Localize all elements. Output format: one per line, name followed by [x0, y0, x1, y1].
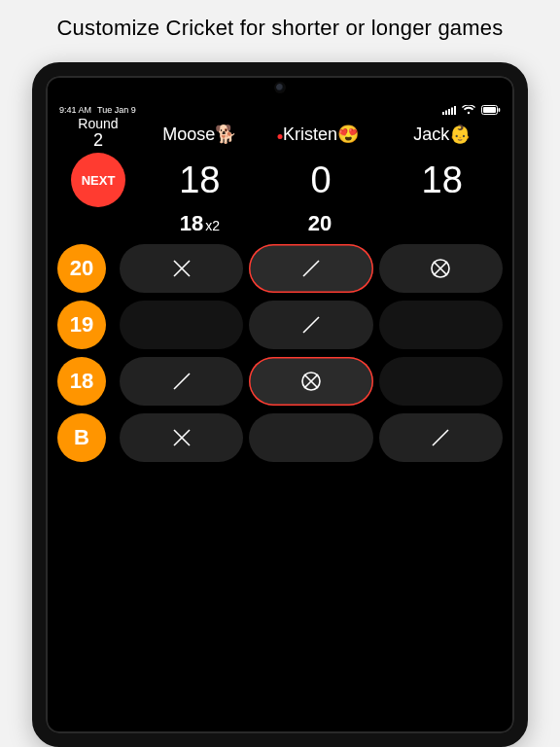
svg-line-21 — [433, 430, 448, 445]
score-cell-B-p3[interactable] — [379, 413, 503, 462]
svg-line-14 — [303, 317, 319, 333]
signal-icon — [442, 106, 456, 115]
battery-icon — [481, 105, 501, 115]
round-label: Round — [78, 116, 118, 131]
svg-rect-0 — [442, 112, 444, 115]
last-hit-value-2: 20 — [308, 211, 332, 235]
player-score-2: 0 — [261, 160, 382, 201]
svg-line-15 — [174, 374, 190, 389]
target-pill-18[interactable]: 18 — [57, 357, 106, 406]
slash-mark-icon — [428, 425, 453, 450]
round-number: 2 — [57, 131, 139, 151]
score-cell-B-p2[interactable] — [249, 413, 372, 462]
closed-mark-icon — [298, 369, 324, 394]
svg-rect-3 — [451, 107, 453, 115]
last-hit-value-1: 18 — [180, 211, 203, 235]
score-cell-18-p1[interactable] — [120, 357, 243, 406]
score-cell-20-p2[interactable] — [249, 244, 372, 293]
svg-rect-4 — [454, 106, 456, 115]
last-hit-2: 20 — [261, 211, 382, 236]
target-pill-19[interactable]: 19 — [57, 301, 106, 349]
player-score-3: 18 — [381, 160, 503, 201]
next-button[interactable]: NEXT — [71, 153, 125, 207]
last-hit-1: 18x2 — [139, 211, 261, 236]
score-grid: 201918B — [52, 238, 508, 462]
svg-rect-6 — [483, 107, 496, 113]
slash-mark-icon — [298, 312, 324, 338]
target-pill-20[interactable]: 20 — [57, 244, 106, 293]
slash-mark-icon — [169, 369, 194, 394]
status-time: 9:41 AM — [59, 105, 91, 115]
svg-line-10 — [303, 261, 319, 276]
round-indicator: Round 2 — [57, 117, 139, 151]
last-hit-mult-1: x2 — [205, 218, 220, 233]
score-cell-18-p2[interactable] — [249, 357, 372, 406]
last-hit-3 — [381, 211, 503, 236]
target-pill-B[interactable]: B — [57, 413, 106, 462]
wifi-icon — [462, 105, 475, 115]
svg-rect-2 — [448, 109, 450, 115]
score-cell-20-p3[interactable] — [379, 244, 503, 293]
status-date: Tue Jan 9 — [97, 105, 136, 115]
score-cell-19-p2[interactable] — [249, 301, 372, 349]
svg-rect-1 — [445, 110, 447, 115]
slash-mark-icon — [298, 256, 324, 281]
score-cell-19-p3[interactable] — [379, 301, 503, 349]
svg-rect-7 — [499, 108, 501, 112]
device-frame: 9:41 AM Tue Jan 9 Round 2 Moose — [32, 62, 528, 747]
score-cell-20-p1[interactable] — [120, 244, 243, 293]
device-camera — [276, 84, 284, 91]
player-name-3: Jack👶 — [381, 124, 503, 145]
app-screen: 9:41 AM Tue Jan 9 Round 2 Moose — [52, 101, 508, 728]
x-mark-icon — [169, 425, 194, 450]
marketing-caption: Customize Cricket for shorter or longer … — [0, 0, 560, 58]
score-cell-B-p1[interactable] — [120, 413, 243, 462]
player-name-1: Moose🐕 — [139, 124, 261, 145]
x-mark-icon — [169, 256, 194, 281]
player-score-1: 18 — [139, 160, 261, 201]
score-cell-19-p1[interactable] — [120, 301, 243, 349]
recording-indicator-icon — [278, 134, 283, 139]
status-bar: 9:41 AM Tue Jan 9 — [52, 101, 508, 117]
closed-mark-icon — [428, 256, 453, 281]
score-cell-18-p3[interactable] — [379, 357, 503, 406]
